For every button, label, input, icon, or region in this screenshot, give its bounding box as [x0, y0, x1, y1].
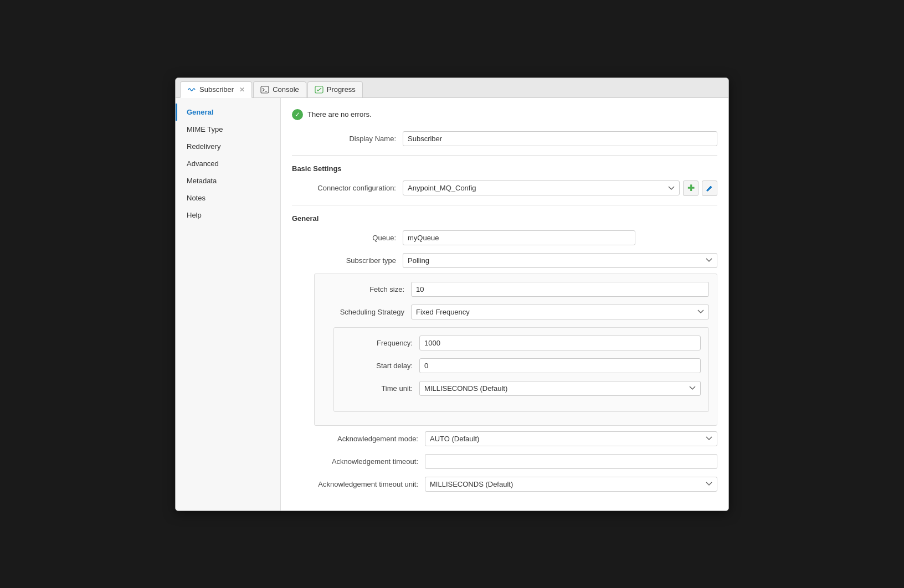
tab-console-label: Console [273, 85, 299, 94]
sidebar-item-metadata[interactable]: Metadata [176, 172, 280, 189]
console-icon [260, 85, 269, 94]
frequency-label: Frequency: [342, 339, 419, 347]
fixed-frequency-panel: Frequency: Start delay: Time unit: MILLI… [333, 327, 709, 412]
subscriber-type-label: Subscriber type [292, 256, 403, 265]
ack-mode-label: Acknowledgement mode: [292, 435, 425, 443]
fetch-size-label: Fetch size: [322, 285, 411, 293]
subscriber-type-row: Subscriber type Polling Push [292, 253, 717, 268]
start-delay-label: Start delay: [342, 362, 419, 370]
connector-config-select[interactable]: Anypoint_MQ_Config [403, 180, 680, 195]
ack-timeout-label: Acknowledgement timeout: [292, 457, 425, 466]
time-unit-row: Time unit: MILLISECONDS (Default) SECOND… [342, 381, 701, 396]
edit-connector-button[interactable] [702, 180, 717, 196]
display-name-input[interactable] [403, 131, 717, 146]
scheduling-strategy-row: Scheduling Strategy Fixed Frequency Cron… [322, 305, 709, 319]
connector-config-label: Connector configuration: [292, 184, 403, 192]
fetch-size-row: Fetch size: [322, 282, 709, 297]
frequency-input[interactable] [419, 336, 701, 350]
start-delay-row: Start delay: [342, 358, 701, 373]
time-unit-label: Time unit: [342, 384, 419, 393]
sidebar-item-mime-type[interactable]: MIME Type [176, 121, 280, 138]
sidebar-item-advanced[interactable]: Advanced [176, 155, 280, 172]
subscriber-type-select[interactable]: Polling Push [403, 253, 717, 268]
divider-1 [292, 155, 717, 156]
ack-timeout-input[interactable] [425, 454, 717, 469]
sidebar-item-notes[interactable]: Notes [176, 189, 280, 207]
divider-2 [292, 205, 717, 205]
polling-settings-panel: Fetch size: Scheduling Strategy Fixed Fr… [314, 274, 717, 426]
queue-label: Queue: [292, 234, 403, 242]
ack-timeout-row: Acknowledgement timeout: [292, 454, 717, 469]
status-message: There are no errors. [307, 110, 372, 118]
ack-mode-row: Acknowledgement mode: AUTO (Default) MAN… [292, 431, 717, 446]
svg-rect-0 [261, 86, 269, 93]
tab-subscriber[interactable]: Subscriber ✕ [180, 81, 252, 98]
sidebar: General MIME Type Redelivery Advanced Me… [176, 98, 281, 510]
connector-config-row: Connector configuration: Anypoint_MQ_Con… [292, 180, 717, 196]
ack-mode-select[interactable]: AUTO (Default) MANUAL NONE [425, 431, 717, 446]
ack-timeout-unit-select[interactable]: MILLISECONDS (Default) SECONDS MINUTES H… [425, 477, 717, 492]
display-name-label: Display Name: [292, 135, 403, 143]
progress-icon [315, 85, 323, 94]
queue-input[interactable] [403, 230, 635, 245]
ack-timeout-unit-row: Acknowledgement timeout unit: MILLISECON… [292, 477, 717, 492]
main-window: Subscriber ✕ Console Progress [175, 78, 729, 511]
tab-subscriber-label: Subscriber [199, 85, 234, 94]
wave-icon [187, 85, 196, 94]
add-connector-button[interactable]: ✚ [683, 180, 698, 196]
start-delay-input[interactable] [419, 358, 701, 373]
fetch-size-input[interactable] [411, 282, 709, 297]
general-header: General [292, 214, 717, 223]
status-ok-icon: ✓ [292, 109, 303, 120]
tab-console[interactable]: Console [253, 81, 306, 97]
frequency-row: Frequency: [342, 336, 701, 350]
main-layout: General MIME Type Redelivery Advanced Me… [176, 98, 728, 510]
tab-bar: Subscriber ✕ Console Progress [176, 78, 728, 98]
scheduling-strategy-label: Scheduling Strategy [322, 308, 411, 316]
tab-progress-label: Progress [327, 85, 356, 94]
queue-row: Queue: [292, 230, 717, 245]
status-bar: ✓ There are no errors. [292, 109, 717, 120]
sidebar-item-general[interactable]: General [176, 104, 280, 121]
content-area: ✓ There are no errors. Display Name: Bas… [281, 98, 728, 510]
basic-settings-header: Basic Settings [292, 164, 717, 173]
scheduling-strategy-select[interactable]: Fixed Frequency Cron Recursive [411, 305, 709, 319]
ack-timeout-unit-label: Acknowledgement timeout unit: [292, 480, 425, 488]
display-name-row: Display Name: [292, 131, 717, 146]
tab-progress[interactable]: Progress [307, 81, 363, 97]
sidebar-item-help[interactable]: Help [176, 207, 280, 224]
time-unit-select[interactable]: MILLISECONDS (Default) SECONDS MINUTES H… [419, 381, 701, 396]
sidebar-item-redelivery[interactable]: Redelivery [176, 138, 280, 155]
tab-close-icon[interactable]: ✕ [239, 86, 245, 94]
